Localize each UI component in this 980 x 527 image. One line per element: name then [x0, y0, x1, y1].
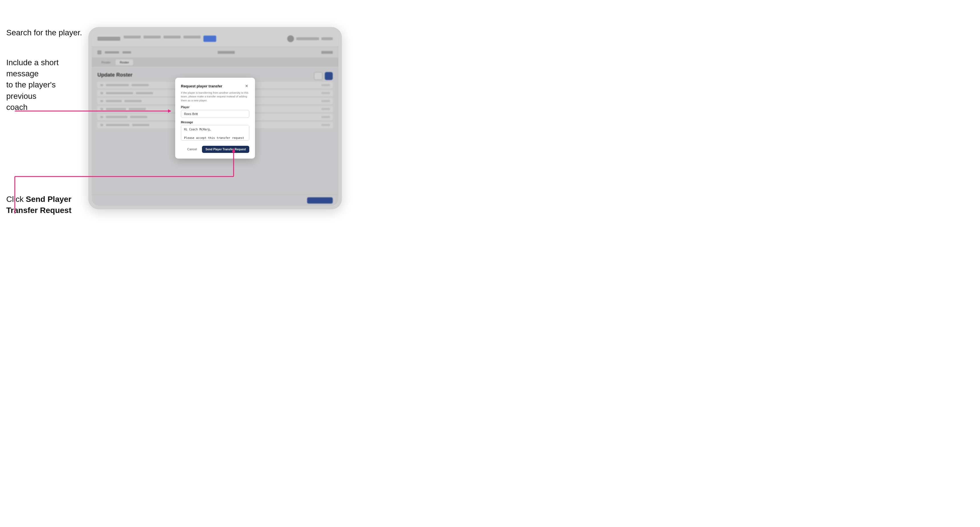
modal-overlay: Request player transfer ✕ If the player …	[92, 30, 339, 206]
message-textarea[interactable]: Hi Coach McHarg, Please accept this tran…	[181, 125, 249, 141]
modal-title: Request player transfer	[181, 84, 222, 88]
close-icon[interactable]: ✕	[244, 83, 249, 89]
message-field-label: Message	[181, 121, 249, 124]
annotation-click: Click Send Player Transfer Request	[6, 194, 80, 216]
tablet-device: Roster Roster Update Roster	[88, 27, 342, 209]
modal-description: If the player is transferring from anoth…	[181, 91, 249, 102]
tablet-screen: Roster Roster Update Roster	[92, 30, 339, 206]
player-input[interactable]	[181, 110, 249, 118]
transfer-request-modal: Request player transfer ✕ If the player …	[175, 78, 255, 159]
modal-header: Request player transfer ✕	[181, 83, 249, 89]
annotation-message: Include a short message to the player's …	[6, 57, 80, 113]
send-transfer-request-button[interactable]: Send Player Transfer Request	[202, 146, 249, 153]
player-field-label: Player	[181, 106, 249, 109]
modal-actions: Cancel Send Player Transfer Request	[181, 146, 249, 153]
cancel-button[interactable]: Cancel	[184, 146, 200, 152]
annotation-search: Search for the player.	[6, 27, 82, 38]
